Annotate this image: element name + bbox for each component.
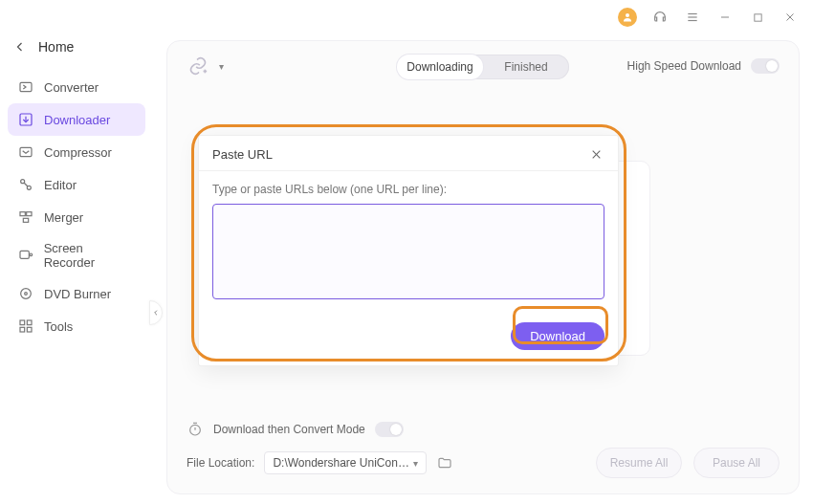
svg-rect-16 xyxy=(27,212,32,216)
svg-rect-18 xyxy=(20,251,29,258)
sidebar-item-editor[interactable]: Editor xyxy=(8,168,145,201)
url-input[interactable] xyxy=(212,204,604,299)
sidebar-item-label: Screen Recorder xyxy=(44,241,136,270)
sidebar-item-label: Downloader xyxy=(44,113,110,127)
svg-point-0 xyxy=(626,13,629,17)
paste-url-icon[interactable] xyxy=(187,55,209,77)
editor-icon xyxy=(17,176,34,193)
svg-rect-24 xyxy=(20,327,25,332)
sidebar-item-merger[interactable]: Merger xyxy=(8,201,145,233)
minimize-icon[interactable] xyxy=(715,8,735,27)
timer-icon xyxy=(187,421,204,438)
svg-rect-25 xyxy=(27,327,32,332)
sidebar-item-label: DVD Burner xyxy=(44,287,111,301)
modal-close-icon[interactable] xyxy=(587,145,604,163)
sidebar-item-tools[interactable]: Tools xyxy=(8,310,145,342)
svg-point-19 xyxy=(30,253,33,256)
sidebar-title: Home xyxy=(38,39,74,55)
chevron-down-icon: ▾ xyxy=(413,458,418,469)
screen-recorder-icon xyxy=(17,247,34,264)
svg-point-28 xyxy=(190,425,201,435)
high-speed-download-toggle[interactable] xyxy=(751,58,780,74)
dvd-burner-icon xyxy=(17,285,34,302)
file-location-select[interactable]: D:\Wondershare UniConverter 1 ▾ xyxy=(264,451,427,474)
svg-rect-11 xyxy=(20,147,32,156)
file-location-value: D:\Wondershare UniConverter 1 xyxy=(273,456,413,470)
sidebar-item-label: Editor xyxy=(44,178,77,192)
menu-icon[interactable] xyxy=(683,8,702,27)
support-icon[interactable] xyxy=(650,8,670,27)
avatar[interactable] xyxy=(618,8,637,27)
file-location-label: File Location: xyxy=(187,456,254,470)
svg-rect-22 xyxy=(20,320,25,325)
sidebar-item-converter[interactable]: Converter xyxy=(8,71,145,103)
pause-all-button[interactable]: Pause All xyxy=(693,448,780,478)
sidebar-item-label: Tools xyxy=(44,319,73,334)
paste-url-modal: Paste URL Type or paste URLs below (one … xyxy=(199,136,618,365)
sidebar-item-label: Compressor xyxy=(44,145,112,160)
status-tabs: Downloading Finished xyxy=(397,55,569,79)
download-then-convert-toggle[interactable] xyxy=(375,422,404,437)
svg-rect-5 xyxy=(754,13,760,20)
download-button[interactable]: Download xyxy=(511,322,604,350)
sidebar-item-downloader[interactable]: Downloader xyxy=(8,103,145,136)
svg-point-21 xyxy=(25,293,28,296)
sidebar-item-label: Merger xyxy=(44,210,83,225)
svg-line-14 xyxy=(24,183,28,186)
resume-all-button[interactable]: Resume All xyxy=(596,448,682,478)
tab-downloading[interactable]: Downloading xyxy=(397,55,483,79)
svg-point-20 xyxy=(21,289,32,299)
back-icon[interactable] xyxy=(11,38,29,55)
download-then-convert-label: Download then Convert Mode xyxy=(213,423,365,436)
merger-icon xyxy=(17,208,34,226)
svg-rect-17 xyxy=(23,218,28,222)
sidebar-item-dvd-burner[interactable]: DVD Burner xyxy=(8,277,145,310)
svg-rect-23 xyxy=(27,320,32,325)
tools-icon xyxy=(17,318,34,335)
modal-hint-text: Type or paste URLs below (one URL per li… xyxy=(212,183,604,196)
modal-title: Paste URL xyxy=(212,147,273,162)
maximize-icon[interactable] xyxy=(748,8,767,27)
high-speed-download-label: High Speed Download xyxy=(627,59,741,73)
sidebar: Home Converter Downloader Compressor Edi… xyxy=(0,34,153,504)
paste-url-dropdown-icon[interactable]: ▾ xyxy=(219,61,224,72)
tab-finished[interactable]: Finished xyxy=(483,55,569,79)
sidebar-item-screen-recorder[interactable]: Screen Recorder xyxy=(8,233,145,277)
sidebar-item-compressor[interactable]: Compressor xyxy=(8,136,145,168)
converter-icon xyxy=(17,78,34,96)
open-folder-icon[interactable] xyxy=(436,454,453,471)
titlebar xyxy=(0,0,813,34)
compressor-icon xyxy=(17,143,34,161)
downloader-icon xyxy=(17,111,34,128)
sidebar-item-label: Converter xyxy=(44,80,99,95)
close-icon[interactable] xyxy=(780,8,800,27)
svg-rect-15 xyxy=(20,212,25,216)
